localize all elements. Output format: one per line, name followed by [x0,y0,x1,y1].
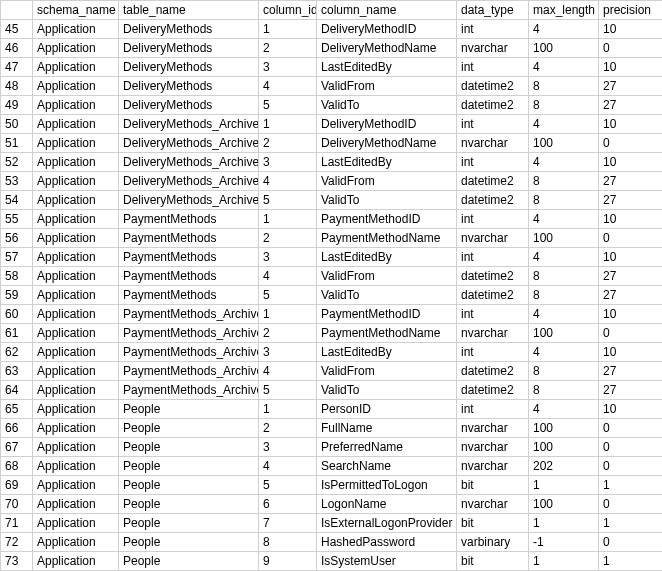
schema-cell[interactable]: Application [33,381,119,400]
prec-cell[interactable]: 10 [599,343,663,362]
maxlen-cell[interactable]: 100 [529,39,599,58]
table-row[interactable]: 73ApplicationPeople9IsSystemUserbit11 [1,552,663,571]
schema-cell[interactable]: Application [33,20,119,39]
table-row[interactable]: 45ApplicationDeliveryMethods1DeliveryMet… [1,20,663,39]
table-cell[interactable]: PaymentMethods_Archive [119,381,259,400]
maxlen-cell[interactable]: 8 [529,267,599,286]
colname-cell[interactable]: ValidTo [317,381,457,400]
schema-cell[interactable]: Application [33,324,119,343]
colid-cell[interactable]: 4 [259,172,317,191]
colid-cell[interactable]: 1 [259,400,317,419]
schema-cell[interactable]: Application [33,400,119,419]
colname-cell[interactable]: PaymentMethodName [317,229,457,248]
schema-cell[interactable]: Application [33,286,119,305]
table-row[interactable]: 46ApplicationDeliveryMethods2DeliveryMet… [1,39,663,58]
table-cell[interactable]: PaymentMethods_Archive [119,305,259,324]
colname-cell[interactable]: IsSystemUser [317,552,457,571]
rownum-cell[interactable]: 46 [1,39,33,58]
dtype-cell[interactable]: nvarchar [457,419,529,438]
rownum-cell[interactable]: 62 [1,343,33,362]
dtype-cell[interactable]: nvarchar [457,457,529,476]
dtype-cell[interactable]: datetime2 [457,286,529,305]
table-row[interactable]: 66ApplicationPeople2FullNamenvarchar1000 [1,419,663,438]
maxlen-cell[interactable]: 4 [529,305,599,324]
colname-cell[interactable]: PaymentMethodName [317,324,457,343]
table-cell[interactable]: PaymentMethods [119,267,259,286]
maxlen-cell[interactable]: 1 [529,514,599,533]
schema-cell[interactable]: Application [33,343,119,362]
table-cell[interactable]: People [119,419,259,438]
colname-cell[interactable]: LastEditedBy [317,58,457,77]
schema-cell[interactable]: Application [33,438,119,457]
header-column-name[interactable]: column_name [317,1,457,20]
schema-cell[interactable]: Application [33,77,119,96]
colid-cell[interactable]: 1 [259,305,317,324]
rownum-cell[interactable]: 63 [1,362,33,381]
maxlen-cell[interactable]: 4 [529,400,599,419]
colid-cell[interactable]: 9 [259,552,317,571]
rownum-cell[interactable]: 57 [1,248,33,267]
prec-cell[interactable]: 0 [599,495,663,514]
maxlen-cell[interactable]: 100 [529,229,599,248]
dtype-cell[interactable]: int [457,400,529,419]
table-cell[interactable]: People [119,533,259,552]
table-row[interactable]: 51ApplicationDeliveryMethods_Archive2Del… [1,134,663,153]
table-cell[interactable]: DeliveryMethods [119,58,259,77]
rownum-cell[interactable]: 50 [1,115,33,134]
colid-cell[interactable]: 4 [259,77,317,96]
schema-cell[interactable]: Application [33,514,119,533]
table-cell[interactable]: People [119,552,259,571]
dtype-cell[interactable]: int [457,115,529,134]
prec-cell[interactable]: 1 [599,514,663,533]
colname-cell[interactable]: ValidTo [317,96,457,115]
rownum-cell[interactable]: 61 [1,324,33,343]
rownum-cell[interactable]: 53 [1,172,33,191]
colid-cell[interactable]: 5 [259,96,317,115]
colname-cell[interactable]: DeliveryMethodName [317,39,457,58]
colid-cell[interactable]: 3 [259,58,317,77]
prec-cell[interactable]: 27 [599,267,663,286]
colid-cell[interactable]: 2 [259,324,317,343]
prec-cell[interactable]: 10 [599,305,663,324]
header-max-length[interactable]: max_length [529,1,599,20]
maxlen-cell[interactable]: 4 [529,20,599,39]
table-row[interactable]: 60ApplicationPaymentMethods_Archive1Paym… [1,305,663,324]
schema-cell[interactable]: Application [33,552,119,571]
maxlen-cell[interactable]: 4 [529,210,599,229]
colname-cell[interactable]: PaymentMethodID [317,305,457,324]
schema-cell[interactable]: Application [33,191,119,210]
prec-cell[interactable]: 0 [599,39,663,58]
prec-cell[interactable]: 0 [599,457,663,476]
schema-cell[interactable]: Application [33,419,119,438]
dtype-cell[interactable]: bit [457,514,529,533]
dtype-cell[interactable]: varbinary [457,533,529,552]
prec-cell[interactable]: 10 [599,153,663,172]
colid-cell[interactable]: 5 [259,286,317,305]
rownum-cell[interactable]: 47 [1,58,33,77]
colname-cell[interactable]: ValidFrom [317,77,457,96]
table-row[interactable]: 57ApplicationPaymentMethods3LastEditedBy… [1,248,663,267]
table-cell[interactable]: PaymentMethods [119,210,259,229]
schema-cell[interactable]: Application [33,96,119,115]
header-data-type[interactable]: data_type [457,1,529,20]
table-cell[interactable]: PaymentMethods_Archive [119,362,259,381]
table-cell[interactable]: DeliveryMethods [119,77,259,96]
table-row[interactable]: 62ApplicationPaymentMethods_Archive3Last… [1,343,663,362]
dtype-cell[interactable]: datetime2 [457,96,529,115]
colname-cell[interactable]: IsExternalLogonProvider [317,514,457,533]
rownum-cell[interactable]: 67 [1,438,33,457]
colname-cell[interactable]: PersonID [317,400,457,419]
dtype-cell[interactable]: int [457,20,529,39]
dtype-cell[interactable]: bit [457,552,529,571]
colid-cell[interactable]: 4 [259,267,317,286]
prec-cell[interactable]: 0 [599,438,663,457]
schema-cell[interactable]: Application [33,362,119,381]
prec-cell[interactable]: 10 [599,210,663,229]
maxlen-cell[interactable]: 1 [529,476,599,495]
colid-cell[interactable]: 3 [259,153,317,172]
table-row[interactable]: 58ApplicationPaymentMethods4ValidFromdat… [1,267,663,286]
header-table-name[interactable]: table_name [119,1,259,20]
dtype-cell[interactable]: datetime2 [457,172,529,191]
table-row[interactable]: 47ApplicationDeliveryMethods3LastEditedB… [1,58,663,77]
table-cell[interactable]: DeliveryMethods_Archive [119,134,259,153]
